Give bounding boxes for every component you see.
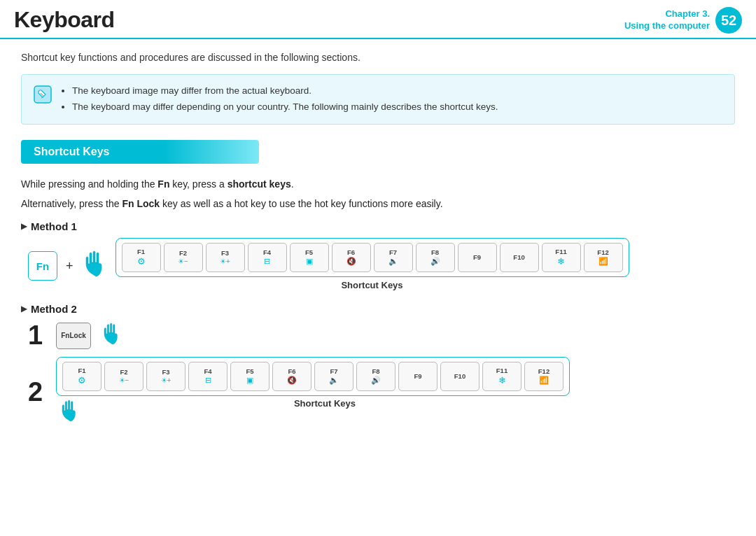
plus-sign: + [66,259,74,274]
f4-key: F4⊟ [248,243,287,272]
method2-label-text: Method 2 [31,303,77,315]
f7-key: F7🔈 [374,243,413,272]
f6-key: F6🔇 [332,243,371,272]
f2-key-2: F2☀− [104,362,144,391]
f1-key-2: F1⚙ [62,362,102,391]
fnlock-line2: Lock [69,332,85,340]
fnlock-line1: Fn [61,332,69,340]
f8-key: F8🔊 [416,243,455,272]
method2-container: 1 Fn Lock 2 F1⚙ F2☀− F3☀ [28,320,735,428]
page-number-badge: 52 [715,7,742,34]
note-icon [33,85,52,108]
step2-row: 2 F1⚙ F2☀− F3☀+ F4⊟ F5▣ F6🔇 F7🔈 F8🔊 F9 F… [28,357,735,428]
note-box: The keyboard image may differ from the a… [21,74,735,125]
hand-icon-2 [101,320,122,351]
intro-text: Shortcut key functions and procedures ar… [21,52,735,63]
f2-key: F2☀− [164,243,203,272]
shortcut-keys-label-1: Shortcut Keys [115,280,629,290]
body-line2: Alternatively, press the Fn Lock key as … [21,196,735,211]
body-line2-pre: Alternatively, press the [21,198,122,209]
header-right: Chapter 3. Using the computer 52 [624,7,742,34]
fn-key-box: Fn [28,251,57,281]
hand-icon-3 [59,397,80,428]
hand-icon-1 [82,248,107,284]
chapter-line1: Chapter 3. [665,8,710,19]
note-item-1: The keyboard image may differ from the a… [72,83,498,99]
body-line2-end: key as well as a hot key to use the hot … [160,198,442,209]
step1-row: 1 Fn Lock [28,320,735,351]
f12-key: F12📶 [584,243,623,272]
f7-key-2: F7🔈 [314,362,354,391]
f11-key: F11❄ [542,243,581,272]
body-line1: While pressing and holding the Fn key, p… [21,176,735,192]
f9-key: F9 [458,243,497,272]
f12-key-2: F12📶 [524,362,564,391]
f10-key: F10 [500,243,539,272]
body-line1-pre: While pressing and holding the [21,178,158,190]
fkeys-row-wrapper-1: F1⚙ F2☀− F3☀+ F4⊟ F5▣ F6🔇 F7🔈 F8🔊 F9 F10… [115,238,629,295]
step2-number: 2 [28,377,46,407]
fnlock-key: Fn Lock [56,323,91,349]
f6-key-2: F6🔇 [272,362,312,391]
page-header: Keyboard Chapter 3. Using the computer 5… [0,0,756,39]
f4-key-2: F4⊟ [188,362,227,391]
note-content: The keyboard image may differ from the a… [61,83,498,115]
fn-label: Fn [158,178,169,190]
chapter-label: Chapter 3. Using the computer [624,8,710,32]
shortcut-label-inline: shortcut keys [227,178,291,190]
f3-key: F3☀+ [206,243,245,272]
method2-diagram-area: F1⚙ F2☀− F3☀+ F4⊟ F5▣ F6🔇 F7🔈 F8🔊 F9 F10… [56,357,570,428]
fn-key-label: Fn [36,260,49,272]
method1-diagram: Fn + F1⚙ F2☀− F3☀+ F4⊟ F5▣ F6🔇 F7🔈 F8🔊 [28,238,735,295]
body-line1-mid: key, press a [169,178,227,190]
shortcut-keys-label-2: Shortcut Keys [80,398,570,409]
chapter-line2: Using the computer [624,20,710,31]
method1-label-text: Method 1 [31,220,77,232]
page-title: Keyboard [14,7,115,34]
chapter-info: Chapter 3. Using the computer [624,8,710,32]
f11-key-2: F11❄ [482,362,522,391]
main-content: Shortcut key functions and procedures ar… [0,52,756,428]
f9-key-2: F9 [398,362,438,391]
f5-key-2: F5▣ [230,362,270,391]
page: Keyboard Chapter 3. Using the computer 5… [0,0,756,536]
f3-key-2: F3☀+ [146,362,186,391]
step1-number: 1 [28,320,46,351]
body-line1-end: . [291,178,294,190]
fnlock-label-inline: Fn Lock [122,198,160,209]
fkeys-row-1: F1⚙ F2☀− F3☀+ F4⊟ F5▣ F6🔇 F7🔈 F8🔊 F9 F10… [115,238,629,277]
f8-key-2: F8🔊 [356,362,396,391]
section-title: Shortcut Keys [21,140,259,164]
f1-key: F1⚙ [122,243,161,272]
fkeys-row-2: F1⚙ F2☀− F3☀+ F4⊟ F5▣ F6🔇 F7🔈 F8🔊 F9 F10… [56,357,570,396]
f5-key: F5▣ [290,243,329,272]
method2-label: Method 2 [21,303,735,315]
note-item-2: The keyboard may differ depending on you… [72,99,498,115]
f10-key-2: F10 [440,362,479,391]
method1-label: Method 1 [21,220,735,232]
